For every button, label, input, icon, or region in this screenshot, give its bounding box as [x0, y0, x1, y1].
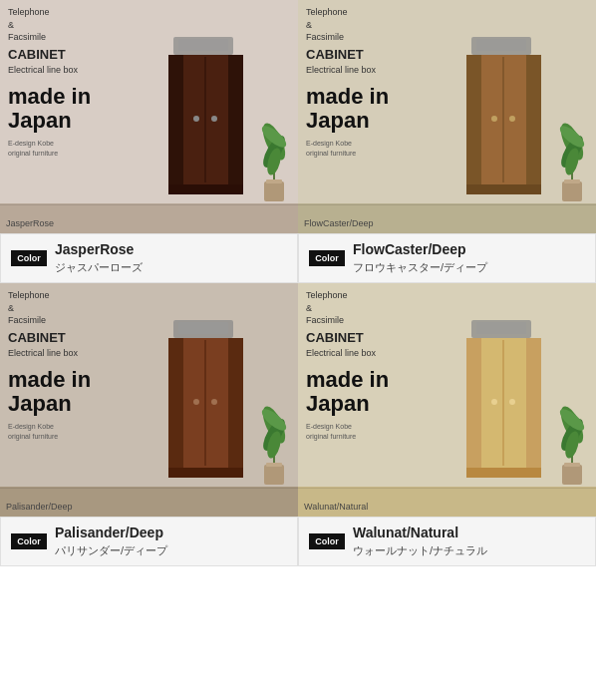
product-line-telephone-1: Telephone [8, 6, 91, 19]
svg-rect-25 [562, 181, 582, 201]
svg-rect-42 [266, 463, 282, 467]
color-badge-2: Color [309, 250, 345, 266]
label-en-3: Palisander/Deep [55, 525, 167, 541]
svg-point-7 [211, 116, 217, 122]
product-image-4: Telephone & Facsimile CABINET Electrical… [298, 283, 596, 517]
product-text-3: Telephone & Facsimile CABINET Electrical… [0, 283, 99, 448]
svg-rect-52 [526, 338, 541, 468]
svg-rect-4 [228, 55, 243, 184]
svg-rect-36 [228, 338, 243, 468]
svg-rect-3 [168, 55, 183, 184]
svg-rect-49 [476, 322, 526, 334]
svg-point-55 [509, 399, 515, 405]
svg-rect-9 [264, 181, 284, 201]
product-line-cabinet-1: CABINET [8, 46, 91, 64]
product-text-1: Telephone & Facsimile CABINET Electrical… [0, 0, 99, 165]
product-image-3: Telephone & Facsimile CABINET Electrical… [0, 283, 298, 517]
svg-rect-40 [168, 468, 243, 478]
svg-point-38 [193, 399, 199, 405]
product-grid: Telephone & Facsimile CABINET Electrical… [0, 0, 596, 700]
product-made-in-1: made inJapan [8, 85, 91, 133]
svg-rect-41 [264, 465, 284, 485]
svg-point-23 [509, 116, 515, 122]
bottom-label-3: Palisander/Deep [6, 502, 73, 512]
product-made-in-2: made inJapan [306, 85, 389, 133]
label-row-2: Color FlowCaster/Deep フロウキャスター/ディープ [298, 233, 596, 283]
svg-rect-26 [564, 179, 580, 183]
label-group-4: Walunat/Natural ウォールナット/ナチュラル [353, 525, 487, 558]
svg-rect-19 [466, 55, 481, 184]
cabinet-1 [168, 37, 243, 205]
bottom-label-2: FlowCaster/Deep [304, 218, 374, 228]
svg-rect-57 [562, 465, 582, 485]
svg-rect-1 [178, 39, 228, 51]
label-row-4: Color Walunat/Natural ウォールナット/ナチュラル [298, 517, 596, 566]
color-badge-4: Color [309, 533, 345, 549]
cabinet-3 [168, 320, 243, 489]
svg-rect-10 [266, 179, 282, 183]
label-group-2: FlowCaster/Deep フロウキャスター/ディープ [353, 241, 487, 275]
label-en-4: Walunat/Natural [353, 525, 487, 541]
product-line-elec-1: Electrical line box [8, 64, 91, 77]
plant-3 [258, 395, 290, 489]
svg-rect-17 [476, 39, 526, 51]
product-image-2: Telephone & Facsimile CABINET Electrical… [298, 0, 596, 233]
label-en-2: FlowCaster/Deep [353, 241, 487, 258]
product-image-1: Telephone & Facsimile CABINET Electrical… [0, 0, 298, 233]
label-jp-2: フロウキャスター/ディープ [353, 260, 487, 275]
label-jp-3: パリサンダー/ディープ [55, 543, 167, 558]
product-line-amp-1: & [8, 19, 91, 32]
label-row-3: Color Palisander/Deep パリサンダー/ディープ [0, 517, 298, 566]
plant-2 [556, 112, 588, 205]
svg-point-22 [491, 116, 497, 122]
svg-point-54 [491, 399, 497, 405]
svg-point-39 [211, 399, 217, 405]
color-badge-1: Color [11, 250, 47, 266]
svg-rect-35 [168, 338, 183, 468]
color-badge-3: Color [11, 533, 47, 549]
svg-rect-56 [466, 468, 541, 478]
bottom-label-1: JasperRose [6, 218, 54, 228]
product-text-2: Telephone & Facsimile CABINET Electrical… [298, 0, 397, 165]
label-jp-1: ジャスパーローズ [55, 260, 143, 275]
svg-rect-8 [168, 184, 243, 194]
label-group-1: JasperRose ジャスパーローズ [55, 241, 143, 275]
svg-rect-20 [526, 55, 541, 184]
svg-point-6 [193, 116, 199, 122]
product-edesign-1: E-design Kobeoriginal furniture [8, 139, 91, 159]
svg-rect-51 [466, 338, 481, 468]
svg-rect-24 [466, 184, 541, 194]
plant-4 [556, 395, 588, 489]
product-line-fax-1: Facsimile [8, 31, 91, 44]
label-group-3: Palisander/Deep パリサンダー/ディープ [55, 525, 167, 558]
bottom-label-4: Walunat/Natural [304, 502, 368, 512]
product-text-4: Telephone & Facsimile CABINET Electrical… [298, 283, 397, 448]
plant-1 [258, 112, 290, 205]
product-made-in-3: made inJapan [8, 368, 91, 416]
product-made-in-4: made inJapan [306, 368, 389, 416]
label-jp-4: ウォールナット/ナチュラル [353, 543, 487, 558]
svg-rect-58 [564, 463, 580, 467]
label-row-1: Color JasperRose ジャスパーローズ [0, 233, 298, 283]
label-en-1: JasperRose [55, 241, 143, 258]
svg-rect-33 [178, 322, 228, 334]
cabinet-2 [466, 37, 541, 205]
cabinet-4 [466, 320, 541, 489]
